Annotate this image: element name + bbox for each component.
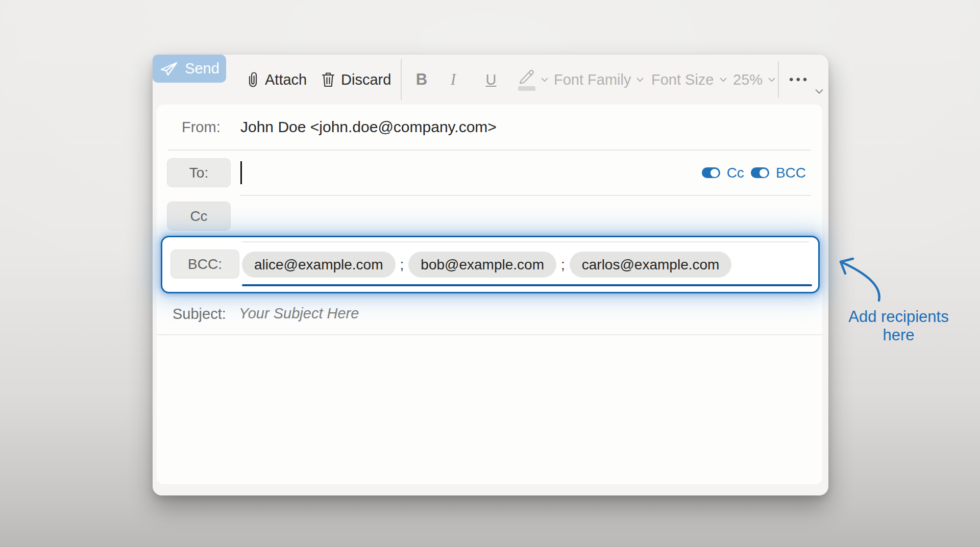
from-label: From:: [182, 119, 220, 136]
from-row: From: John Doe <john.doe@company.com>: [157, 105, 822, 150]
recipient-chip[interactable]: alice@example.com: [242, 252, 396, 278]
bcc-button[interactable]: BCC:: [170, 250, 239, 279]
underline-label: U: [486, 71, 497, 88]
recipient-separator: ;: [400, 257, 404, 273]
recipient-chip[interactable]: carlos@example.com: [570, 252, 732, 278]
font-size-select[interactable]: Font Size: [651, 55, 727, 105]
send-label: Send: [185, 60, 219, 77]
cc-row: Cc: [157, 195, 822, 236]
italic-label: I: [451, 70, 456, 89]
from-value: John Doe <john.doe@company.com>: [240, 118, 497, 136]
annotation-arrow-icon: [832, 254, 889, 304]
send-icon: [159, 61, 179, 77]
to-input[interactable]: [238, 155, 690, 191]
cc-toggle-label[interactable]: Cc: [727, 165, 744, 181]
bcc-input-underline: [242, 284, 812, 287]
font-size-label: Font Size: [651, 71, 714, 88]
zoom-select[interactable]: 25%: [733, 55, 776, 105]
toolbar-divider: [778, 61, 779, 98]
chevron-down-icon: [768, 77, 776, 82]
annotation-text: Add recipients here: [836, 308, 961, 344]
message-panel: From: John Doe <john.doe@company.com> To…: [157, 105, 822, 484]
highlighter-icon: [517, 68, 537, 91]
toolbar-divider: [401, 59, 402, 100]
collapse-toolbar-button[interactable]: [814, 88, 824, 94]
font-family-select[interactable]: Font Family: [554, 55, 644, 105]
italic-button[interactable]: I: [442, 55, 465, 105]
recipient-chip[interactable]: bob@example.com: [408, 252, 556, 278]
bcc-field-highlighted[interactable]: BCC: alice@example.com;bob@example.com;c…: [161, 236, 820, 293]
to-row: To: Cc BCC: [157, 150, 822, 195]
bcc-toggle-label[interactable]: BCC: [776, 165, 806, 181]
bold-label: B: [416, 70, 427, 89]
toggle-knob: [710, 169, 719, 177]
highlight-color-button[interactable]: [517, 55, 549, 105]
chevron-down-icon: [636, 77, 644, 82]
bcc-label: BCC:: [188, 256, 222, 272]
toolbar: Send Attach Discard B I U: [153, 55, 828, 105]
more-options-button[interactable]: •••: [789, 55, 810, 105]
subject-input[interactable]: Your Subject Here: [239, 305, 359, 322]
bcc-toggle[interactable]: [751, 167, 769, 178]
recipient-separator: ;: [561, 257, 565, 273]
cc-button[interactable]: Cc: [167, 202, 231, 231]
subject-label: Subject:: [173, 306, 226, 322]
toggle-knob: [760, 169, 768, 177]
chevron-down-icon: [541, 77, 549, 82]
ellipsis-icon: •••: [789, 72, 810, 87]
cc-label: Cc: [190, 208, 207, 225]
send-button[interactable]: Send: [153, 55, 226, 83]
to-label: To:: [189, 165, 208, 181]
attach-label: Attach: [265, 71, 307, 88]
zoom-value: 25%: [733, 71, 763, 88]
paperclip-icon: [246, 71, 259, 88]
chevron-down-icon: [719, 77, 727, 82]
discard-label: Discard: [341, 71, 391, 88]
bold-button[interactable]: B: [410, 55, 433, 105]
discard-button[interactable]: Discard: [321, 55, 391, 105]
to-button[interactable]: To:: [167, 158, 231, 187]
trash-icon: [321, 71, 335, 88]
underline-button[interactable]: U: [479, 55, 503, 105]
bcc-recipient-list: alice@example.com;bob@example.com;carlos…: [242, 237, 731, 292]
compose-window: Send Attach Discard B I U: [153, 55, 828, 495]
font-family-label: Font Family: [554, 71, 631, 88]
attach-button[interactable]: Attach: [246, 55, 307, 105]
message-body-input[interactable]: [157, 335, 822, 484]
cc-toggle[interactable]: [702, 167, 720, 178]
subject-row: Subject: Your Subject Here: [157, 293, 822, 335]
